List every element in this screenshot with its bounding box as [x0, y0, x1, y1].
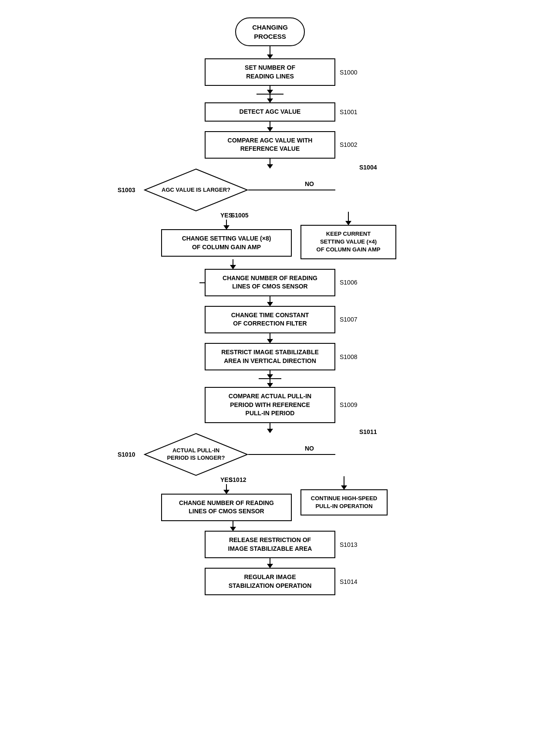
s1013-box: RELEASE RESTRICTION OF IMAGE STABILIZABL… — [205, 531, 335, 558]
s1009-row: COMPARE ACTUAL PULL-IN PERIOD WITH REFER… — [205, 387, 335, 423]
s1011-label: S1011 — [359, 428, 377, 435]
s1004-label: S1004 — [359, 164, 377, 171]
s1011-right-branch: CONTINUE HIGH-SPEED PULL-IN OPERATION — [300, 476, 388, 515]
s1002-row: COMPARE AGC VALUE WITH REFERENCE VALUE S… — [205, 131, 335, 159]
s1003-label: S1003 — [118, 186, 135, 193]
arrow-s1001-s1002 — [270, 122, 270, 131]
s1010-branches: YES S1012 CHANGE NUMBER OF READING LINES… — [118, 476, 422, 521]
s1014-row: REGULAR IMAGE STABILIZATION OPERATION S1… — [205, 568, 335, 595]
s1007-box: CHANGE TIME CONSTANT OF CORRECTION FILTE… — [205, 306, 335, 333]
s1002-box: COMPARE AGC VALUE WITH REFERENCE VALUE — [205, 131, 335, 159]
arrow-s1012-s1013-wrapper — [233, 521, 233, 531]
s1000-label: S1000 — [340, 69, 357, 76]
merge-area — [256, 86, 284, 102]
yes-arrow-s1010: YES S1012 — [161, 476, 292, 494]
s1010-diamond-wrapper: ACTUAL PULL-IN PERIOD IS LONGER? — [144, 433, 248, 476]
arrow-no-s1004 — [348, 212, 349, 225]
no-label-s1003: NO — [305, 180, 314, 187]
s1013-row: RELEASE RESTRICTION OF IMAGE STABILIZABL… — [205, 531, 335, 558]
s1014-box: REGULAR IMAGE STABILIZATION OPERATION — [205, 568, 335, 595]
s1009-label: S1009 — [340, 401, 357, 408]
s1006-label: S1006 — [340, 279, 357, 286]
arrow-s1007-s1008 — [270, 333, 270, 343]
s1010-diamond-text: ACTUAL PULL-IN PERIOD IS LONGER? — [161, 447, 231, 462]
s1000-box: SET NUMBER OF READING LINES — [205, 58, 335, 86]
s1006-row: CHANGE NUMBER OF READING LINES OF CMOS S… — [205, 269, 335, 296]
arrow-yes-s1012 — [226, 484, 227, 494]
arrow-no-s1011 — [344, 476, 344, 489]
s1002-label: S1002 — [340, 141, 357, 148]
s1000-row: SET NUMBER OF READING LINES S1000 — [205, 58, 335, 86]
s1012-box: CHANGE NUMBER OF READING LINES OF CMOS S… — [161, 494, 292, 521]
s1003-row: S1003 AGC VALUE IS LARGER? NO S1004 — [118, 168, 422, 212]
yes-arrow-area: YES S1005 — [161, 212, 292, 229]
s1008-box: RESTRICT IMAGE STABILIZABLE AREA IN VERT… — [205, 343, 335, 370]
arrow-s1002-s1003 — [270, 159, 270, 168]
s1008-row: RESTRICT IMAGE STABILIZABLE AREA IN VERT… — [205, 343, 335, 370]
start-node: CHANGING PROCESS — [235, 17, 305, 46]
no-branch-s1010: NO S1011 — [248, 454, 335, 455]
arrow-yes-s1005 — [226, 220, 227, 229]
arrow-start-s1000 — [270, 46, 270, 58]
arrow-merge-s1001 — [270, 95, 270, 102]
s1013-label: S1013 — [340, 541, 357, 548]
s1008-label: S1008 — [340, 353, 357, 360]
s1005-label-pos: S1005 — [231, 212, 248, 219]
s1009-box: COMPARE ACTUAL PULL-IN PERIOD WITH REFER… — [205, 387, 335, 423]
s1007-label: S1007 — [340, 316, 357, 323]
s1010-label: S1010 — [118, 451, 135, 458]
arrow-s1000-merge — [270, 86, 270, 94]
arrow-s1005-s1006 — [233, 259, 233, 269]
s1011-box: CONTINUE HIGH-SPEED PULL-IN OPERATION — [300, 489, 388, 515]
s1003-branches: YES S1005 CHANGE SETTING VALUE (×8) OF C… — [118, 212, 422, 259]
s1006-box: CHANGE NUMBER OF READING LINES OF CMOS S… — [205, 269, 335, 296]
merge-area-2 — [259, 370, 281, 387]
yes-branch-s1010: YES S1012 CHANGE NUMBER OF READING LINES… — [161, 476, 292, 521]
s1004-merge-line — [199, 282, 205, 283]
flowchart: CHANGING PROCESS SET NUMBER OF READING L… — [74, 9, 466, 595]
s1001-box: DETECT AGC VALUE — [205, 102, 335, 122]
arrow-s1009-s1010 — [270, 423, 270, 433]
s1003-diamond-wrapper: AGC VALUE IS LARGER? — [144, 168, 248, 212]
arrow-s1005-s1006-wrapper — [233, 259, 233, 269]
no-branch-right: NO S1004 — [248, 190, 335, 190]
s1010-row: S1010 ACTUAL PULL-IN PERIOD IS LONGER? N… — [118, 433, 422, 476]
s1001-row: DETECT AGC VALUE S1001 — [205, 102, 335, 122]
s1014-label: S1014 — [340, 578, 357, 585]
s1007-row: CHANGE TIME CONSTANT OF CORRECTION FILTE… — [205, 306, 335, 333]
s1004-right-branch: KEEP CURRENT SETTING VALUE (×4) OF COLUM… — [300, 212, 396, 259]
s1004-box: KEEP CURRENT SETTING VALUE (×4) OF COLUM… — [300, 225, 396, 259]
no-label-s1010: NO — [305, 445, 314, 452]
arrow-s1006-s1007 — [270, 296, 270, 306]
s1012-label-pos: S1012 — [229, 476, 246, 483]
yes-branch-s1003: YES S1005 CHANGE SETTING VALUE (×8) OF C… — [161, 212, 292, 257]
arrow-s1008-merge2 — [270, 370, 270, 378]
s1001-label: S1001 — [340, 108, 357, 115]
s1003-diamond-text: AGC VALUE IS LARGER? — [161, 186, 231, 194]
arrow-s1013-s1014 — [270, 558, 270, 568]
arrow-merge2-s1009 — [270, 379, 270, 387]
arrow-s1012-s1013 — [233, 521, 233, 531]
s1005-box: CHANGE SETTING VALUE (×8) OF COLUMN GAIN… — [161, 229, 292, 257]
